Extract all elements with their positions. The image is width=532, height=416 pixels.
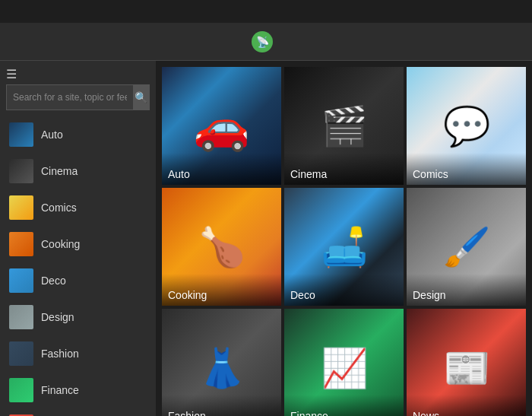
grid-label-cooking: Cooking	[162, 274, 281, 306]
sidebar-thumb-design	[9, 305, 33, 329]
sidebar-item-design[interactable]: Design	[0, 299, 156, 335]
sidebar-item-cooking[interactable]: Cooking	[0, 226, 156, 262]
grid-item-comics[interactable]: Comics	[407, 67, 526, 185]
grid-label-auto: Auto	[162, 153, 281, 185]
grid-item-finance[interactable]: Finance	[284, 309, 404, 416]
sidebar-label-cooking: Cooking	[41, 238, 80, 250]
grid-item-design[interactable]: Design	[407, 188, 526, 306]
grid-label-comics: Comics	[407, 153, 526, 185]
grid-label-deco: Deco	[284, 274, 404, 306]
sidebar-label-auto: Auto	[41, 129, 63, 141]
sidebar-item-deco[interactable]: Deco	[0, 262, 156, 299]
grid-label-fashion: Fashion	[162, 395, 281, 416]
grid-label-design: Design	[407, 274, 526, 306]
sidebar-thumb-auto	[9, 122, 33, 147]
sidebar-thumb-comics	[9, 195, 33, 220]
app-logo: 📡	[252, 31, 273, 52]
sidebar-label-comics: Comics	[41, 202, 77, 214]
app-header: 📡	[0, 23, 532, 61]
sidebar-item-cinema[interactable]: Cinema	[0, 153, 156, 189]
sidebar-item-comics[interactable]: Comics	[0, 189, 156, 226]
grid-item-auto[interactable]: Auto	[162, 67, 281, 185]
search-container: 🔍	[6, 84, 150, 110]
grid-item-news[interactable]: News	[407, 309, 526, 416]
grid-item-deco[interactable]: Deco	[284, 188, 404, 306]
grid-label-cinema: Cinema	[284, 153, 404, 185]
sidebar-top: ☰	[0, 61, 156, 84]
sidebar-item-fashion[interactable]: Fashion	[0, 335, 156, 372]
title-bar	[0, 0, 532, 23]
maximize-button[interactable]	[456, 0, 491, 23]
content-area: AutoCinemaComicsCookingDecoDesignFashion…	[156, 61, 532, 416]
sidebar-label-finance: Finance	[41, 384, 79, 396]
app-container: 📡 ☰ 🔍 AutoCinemaComicsCookingDecoDesignF…	[0, 23, 532, 416]
grid-label-news: News	[407, 395, 526, 416]
sidebar-thumb-cooking	[9, 232, 33, 256]
sidebar-item-auto[interactable]: Auto	[0, 116, 156, 153]
sidebar-thumb-cinema	[9, 159, 33, 183]
hamburger-icon[interactable]: ☰	[6, 67, 17, 81]
sidebar-thumb-deco	[9, 268, 33, 293]
grid-item-cooking[interactable]: Cooking	[162, 188, 281, 306]
title-bar-controls	[421, 0, 526, 23]
category-grid: AutoCinemaComicsCookingDecoDesignFashion…	[159, 64, 529, 416]
main-layout: ☰ 🔍 AutoCinemaComicsCookingDecoDesignFas…	[0, 61, 532, 416]
sidebar-thumb-fashion	[9, 341, 33, 366]
sidebar-label-design: Design	[41, 311, 74, 323]
sidebar-item-finance[interactable]: Finance	[0, 372, 156, 408]
minimize-button[interactable]	[421, 0, 456, 23]
search-input[interactable]	[7, 87, 133, 107]
sidebar-label-fashion: Fashion	[41, 348, 79, 360]
sidebar-label-cinema: Cinema	[41, 165, 78, 177]
grid-label-finance: Finance	[284, 395, 404, 416]
sidebar-list: AutoCinemaComicsCookingDecoDesignFashion…	[0, 116, 156, 416]
rss-icon: 📡	[256, 36, 269, 48]
close-button[interactable]	[491, 0, 526, 23]
sidebar: ☰ 🔍 AutoCinemaComicsCookingDecoDesignFas…	[0, 61, 156, 416]
grid-item-cinema[interactable]: Cinema	[284, 67, 404, 185]
search-button[interactable]: 🔍	[133, 85, 149, 110]
sidebar-item-news[interactable]: News	[0, 408, 156, 416]
sidebar-thumb-finance	[9, 378, 33, 402]
grid-item-fashion[interactable]: Fashion	[162, 309, 281, 416]
sidebar-label-deco: Deco	[41, 275, 66, 287]
